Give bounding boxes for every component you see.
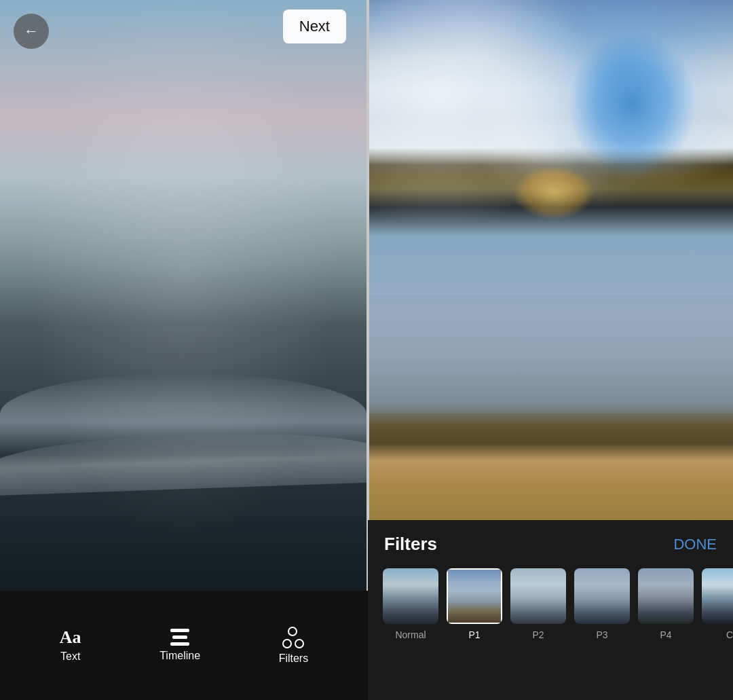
filter-item-p3[interactable]: P3 — [570, 566, 634, 643]
filter-label-c: C — [726, 629, 733, 640]
filter-label-p4: P4 — [660, 629, 671, 640]
filter-thumb-normal — [383, 568, 438, 624]
filter-item-p1[interactable]: P1 — [443, 566, 506, 643]
done-button[interactable]: DONE — [673, 536, 717, 553]
filter-thumb-c — [702, 568, 733, 624]
text-tool-label: Text — [60, 650, 80, 663]
filters-header: Filters DONE — [368, 520, 733, 566]
filtered-image-panel — [366, 0, 733, 591]
back-arrow-icon: ← — [24, 24, 39, 39]
filter-item-c[interactable]: C — [698, 566, 733, 643]
filters-title: Filters — [384, 534, 437, 555]
sky-blue-patch — [568, 30, 696, 178]
filters-icon — [282, 627, 304, 648]
filter-label-p2: P2 — [532, 629, 544, 640]
timeline-tool-label: Timeline — [159, 650, 200, 662]
filters-panel: Filters DONE Normal P1 P2 — [368, 520, 733, 700]
filter-thumbnails-row: Normal P1 P2 P3 P4 — [368, 566, 733, 643]
filter-item-p4[interactable]: P4 — [634, 566, 698, 643]
timeline-icon — [170, 629, 189, 646]
text-tool-button[interactable]: Aa Text — [60, 629, 81, 663]
panel-divider — [366, 0, 369, 591]
clouds-overlay — [366, 0, 733, 325]
filter-thumb-p4 — [638, 568, 694, 624]
filter-item-p2[interactable]: P2 — [506, 566, 570, 643]
filter-thumb-p1 — [447, 568, 502, 624]
filter-item-normal[interactable]: Normal — [379, 566, 443, 643]
timeline-tool-button[interactable]: Timeline — [159, 629, 200, 662]
text-icon: Aa — [60, 629, 81, 646]
filters-tool-button[interactable]: Filters — [279, 627, 309, 665]
filter-label-normal: Normal — [395, 629, 426, 640]
filter-thumb-p2 — [510, 568, 566, 624]
filter-label-p1: P1 — [468, 629, 480, 640]
filter-thumb-p3 — [574, 568, 630, 624]
original-image-panel — [0, 0, 366, 591]
bottom-toolbar: Aa Text Timeline Filters — [0, 591, 368, 700]
filter-label-p3: P3 — [596, 629, 607, 640]
sun-glow — [513, 166, 595, 220]
water-reflection — [366, 295, 733, 413]
back-button[interactable]: ← — [14, 14, 49, 49]
filters-tool-label: Filters — [279, 652, 309, 665]
next-button[interactable]: Next — [283, 10, 346, 43]
